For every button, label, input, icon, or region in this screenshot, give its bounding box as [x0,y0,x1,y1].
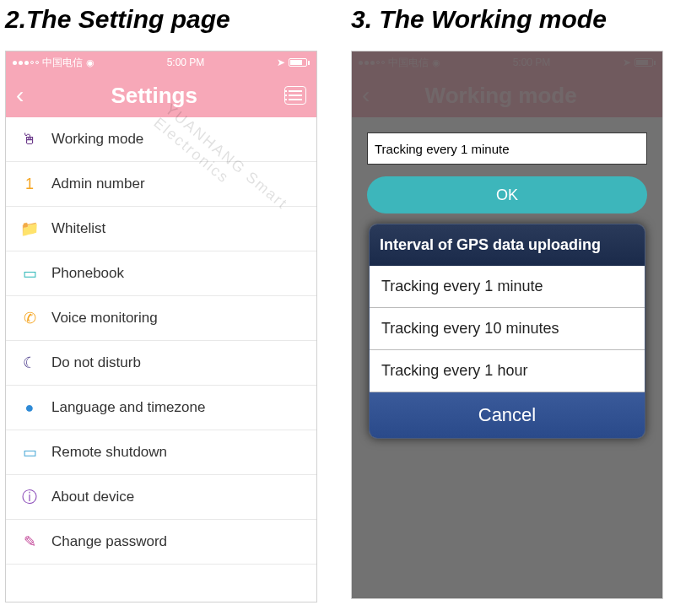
settings-item[interactable]: ✎Change password [6,520,316,565]
edit-icon: ✎ [19,532,40,552]
section-title-left: 2.The Setting page [5,5,230,34]
settings-item-label: Do not disturb [51,354,141,371]
info-icon: ⓘ [19,487,40,507]
settings-item-label: Voice monitoring [51,310,158,327]
dialog-option[interactable]: Tracking every 1 minute [370,266,645,308]
laptop-icon: ▭ [19,442,40,462]
dialog-option[interactable]: Tracking every 10 minutes [370,308,645,350]
settings-item[interactable]: ●Language and timezone [6,386,316,430]
section-title-right: 3. The Working mode [351,5,607,34]
globe-icon: ● [19,397,40,418]
battery-icon [289,58,310,67]
navbar: ‹ Settings [6,73,316,117]
dialog-header: Interval of GPS data uploading [370,224,645,266]
settings-item-label: Remote shutdown [51,444,167,461]
carrier-label: 中国电信 [42,56,83,70]
settings-item-label: Change password [51,533,167,550]
settings-item-label: Working mode [51,131,143,148]
location-icon: ➤ [277,57,285,68]
tracking-interval-field[interactable]: Tracking every 1 minute [367,132,647,165]
settings-item[interactable]: ☾Do not disturb [6,341,316,386]
settings-item[interactable]: 📁Whitelist [6,207,316,251]
cancel-button[interactable]: Cancel [370,392,645,438]
settings-item[interactable]: 1Admin number [6,162,316,207]
moon-icon: ☾ [19,353,40,373]
settings-item-label: Whitelist [51,220,105,237]
statusbar: 中国电信 ◉ 5:00 PM ➤ [6,51,316,73]
phone-settings: 中国电信 ◉ 5:00 PM ➤ ‹ Settings 🖱Working mod… [5,51,317,602]
page-title: Settings [111,83,197,109]
settings-item[interactable]: 🖱Working mode [6,117,316,162]
signal-dots-icon [13,61,39,65]
settings-item[interactable]: ▭Remote shutdown [6,430,316,475]
phone-icon: ✆ [19,308,40,328]
settings-item-label: Admin number [51,176,145,192]
dialog-options: Tracking every 1 minuteTracking every 10… [370,266,645,392]
settings-list: 🖱Working mode1Admin number📁Whitelist▭Pho… [6,117,316,565]
number-icon: 1 [19,174,40,194]
wifi-icon: ◉ [86,57,94,68]
settings-item-label: Language and timezone [51,399,205,416]
book-icon: ▭ [19,263,40,284]
back-icon[interactable]: ‹ [16,82,24,109]
phone-working-mode: 中国电信 ◉ 5:00 PM ➤ ‹ Working mode Tracking… [351,51,663,599]
list-menu-icon[interactable] [284,86,306,105]
folder-icon: 📁 [19,219,40,239]
dialog-option[interactable]: Tracking every 1 hour [370,350,645,392]
settings-item-label: About device [51,489,134,505]
settings-item-label: Phonebook [51,265,124,282]
settings-item[interactable]: ▭Phonebook [6,251,316,296]
interval-dialog: Interval of GPS data uploading Tracking … [369,224,645,439]
clock-label: 5:00 PM [167,57,205,68]
mouse-icon: 🖱 [19,129,40,149]
settings-item[interactable]: ✆Voice monitoring [6,296,316,341]
ok-button[interactable]: OK [367,176,647,213]
settings-item[interactable]: ⓘAbout device [6,475,316,520]
